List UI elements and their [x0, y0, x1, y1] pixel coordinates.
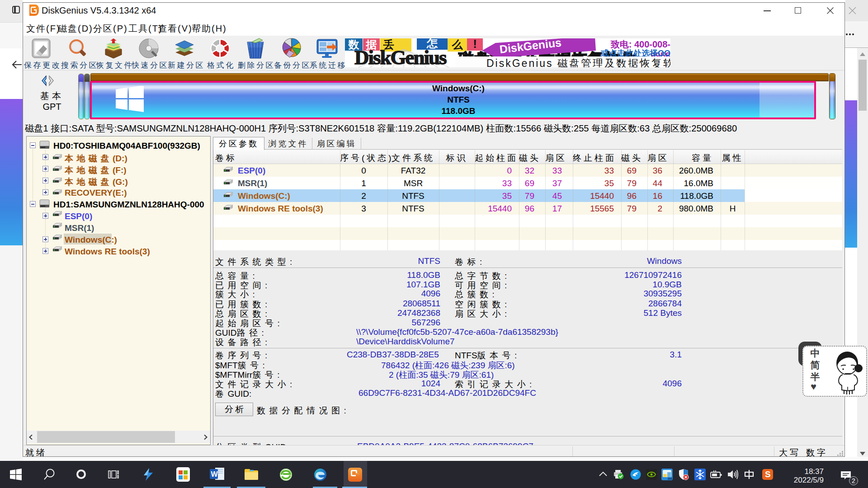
- svg-text:W: W: [211, 470, 218, 478]
